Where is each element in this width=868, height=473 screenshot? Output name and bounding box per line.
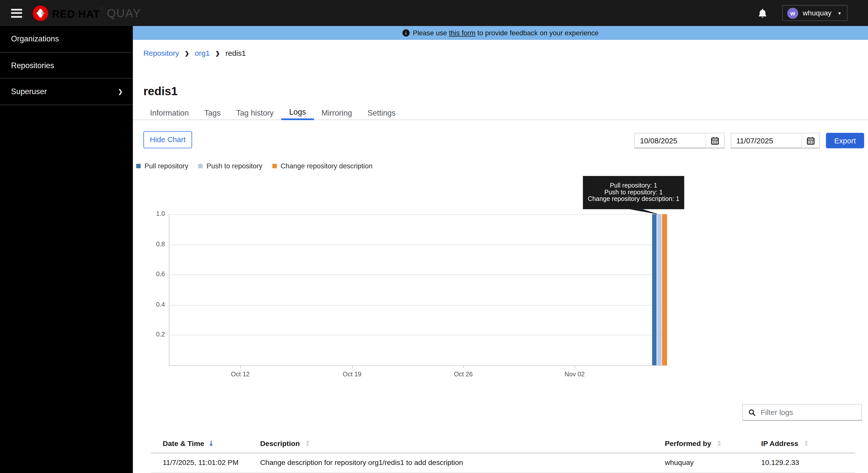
x-axis-tick	[352, 365, 352, 368]
tab-information[interactable]: Information	[142, 105, 196, 120]
sort-icon[interactable]: ↕	[803, 439, 809, 448]
x-axis-tick-label: Oct 12	[224, 371, 257, 377]
search-icon	[748, 409, 756, 416]
log-description: Change description for repository org1/r…	[260, 453, 463, 473]
legend-swatch-push	[198, 164, 203, 168]
x-axis-tick-label: Oct 19	[336, 371, 369, 377]
x-axis-tick	[463, 365, 464, 368]
brand-quay-text: QUAY	[107, 6, 141, 20]
brand-redhat-text: RED HAT®	[52, 6, 103, 21]
legend-swatch-change	[272, 164, 277, 168]
breadcrumb: Repository ❯ org1 ❯ redis1	[144, 49, 246, 58]
red-hat-logo-icon	[33, 5, 48, 21]
registered-mark: ®	[100, 6, 103, 11]
tab-logs[interactable]: Logs	[281, 105, 314, 120]
tab-settings[interactable]: Settings	[360, 105, 403, 120]
start-date-field	[634, 133, 724, 148]
feedback-banner: i Please use this form to provide feedba…	[133, 26, 868, 40]
user-menu-dropdown[interactable]: w whuquay ▾	[782, 5, 847, 21]
filter-logs-field	[742, 404, 862, 421]
caret-down-icon: ▾	[838, 10, 841, 16]
sidebar-nav: Organizations Repositories Superuser❯	[0, 26, 133, 473]
gridline	[169, 335, 667, 336]
filter-logs-input[interactable]	[760, 408, 861, 417]
bar-push-to-repository[interactable]	[657, 214, 662, 366]
breadcrumb-org1-link[interactable]: org1	[195, 49, 210, 58]
gridline	[169, 244, 667, 245]
end-date-field	[731, 133, 820, 148]
legend-label: Change repository description	[281, 162, 373, 170]
legend-swatch-pull	[136, 164, 141, 168]
chevron-right-icon: ❯	[185, 51, 189, 57]
quay-app: RED HAT® QUAY w whuquay ▾ Organizations …	[0, 0, 868, 473]
chart-legend: Pull repository Push to repository Chang…	[136, 162, 372, 170]
bar-pull-repository[interactable]	[652, 214, 657, 366]
banner-text: Please use this form to provide feedback…	[413, 29, 599, 37]
legend-label: Pull repository	[145, 162, 188, 170]
hide-chart-button[interactable]: Hide Chart	[144, 131, 192, 149]
x-axis-tick-label: Oct 26	[446, 371, 480, 377]
sort-icon[interactable]: ↕	[716, 439, 722, 448]
y-axis-tick-label: 1.0	[147, 210, 165, 217]
breadcrumb-repository-link[interactable]: Repository	[144, 49, 179, 58]
sidebar-item-superuser[interactable]: Superuser❯	[0, 78, 133, 105]
masthead: RED HAT® QUAY w whuquay ▾	[0, 0, 868, 26]
chart-tooltip: Pull repository: 1 Push to repository: 1…	[583, 176, 684, 209]
column-header-date-time[interactable]: Date & Time↓	[163, 435, 214, 452]
legend-item-change[interactable]: Change repository description	[272, 162, 373, 170]
start-date-calendar-button[interactable]	[705, 133, 724, 148]
calendar-icon	[711, 136, 719, 145]
sidebar-item-repositories[interactable]: Repositories	[0, 52, 133, 78]
x-axis-tick-label: Nov 02	[558, 371, 591, 377]
repo-tabs: Information Tags Tag history Logs Mirror…	[142, 105, 403, 120]
info-icon: i	[402, 29, 409, 37]
hamburger-menu-icon[interactable]	[11, 9, 22, 18]
start-date-input[interactable]	[635, 133, 705, 148]
user-avatar: w	[787, 7, 798, 19]
y-axis-tick-label: 0.6	[147, 271, 165, 277]
log-ip-address: 10.129.2.33	[761, 453, 799, 473]
y-axis-tick-label: 0.8	[147, 241, 165, 247]
sidebar-item-label: Organizations	[11, 34, 59, 43]
tab-tags[interactable]: Tags	[196, 105, 228, 120]
sidebar-item-label: Superuser	[11, 87, 47, 96]
gridline	[169, 305, 667, 306]
calendar-icon	[807, 136, 815, 145]
export-button[interactable]: Export	[826, 133, 864, 148]
sidebar-item-label: Repositories	[11, 61, 54, 70]
end-date-calendar-button[interactable]	[802, 133, 819, 148]
user-name: whuquay	[803, 9, 831, 17]
chevron-right-icon: ❯	[215, 51, 220, 57]
y-axis-tick-label: 0.2	[147, 331, 165, 338]
logs-bar-chart: 1.0 0.8 0.6 0.4 0.2 Oct 12 Oct 19 Oct 26…	[169, 214, 667, 366]
table-row[interactable]: 11/7/2025, 11:01:02 PM Change descriptio…	[151, 453, 856, 473]
tab-tag-history[interactable]: Tag history	[228, 105, 281, 120]
log-performed-by: whuquay	[665, 453, 693, 473]
sort-descending-icon[interactable]: ↓	[208, 439, 214, 448]
sidebar-item-organizations[interactable]: Organizations	[0, 26, 133, 52]
legend-item-push[interactable]: Push to repository	[198, 162, 262, 170]
feedback-form-link[interactable]: this form	[449, 29, 475, 37]
bar-change-repository-description[interactable]	[662, 214, 667, 366]
logs-table-header: Date & Time↓ Description↕ Performed by↕ …	[151, 435, 856, 453]
column-header-performed-by[interactable]: Performed by↕	[665, 435, 722, 452]
tooltip-line: Push to repository: 1	[583, 189, 684, 196]
gridline	[169, 275, 667, 275]
brand-logo: RED HAT® QUAY	[33, 5, 141, 21]
tooltip-line: Change repository description: 1	[583, 196, 684, 202]
tab-mirroring[interactable]: Mirroring	[314, 105, 360, 120]
end-date-input[interactable]	[731, 133, 801, 148]
legend-item-pull[interactable]: Pull repository	[136, 162, 188, 170]
tooltip-line: Pull repository: 1	[583, 182, 684, 189]
legend-label: Push to repository	[207, 162, 262, 170]
x-axis-tick	[240, 365, 241, 368]
column-header-ip-address[interactable]: IP Address↕	[761, 435, 809, 452]
column-header-description[interactable]: Description↕	[260, 435, 311, 452]
sort-icon[interactable]: ↕	[305, 439, 311, 448]
chevron-right-icon: ❯	[118, 88, 123, 95]
breadcrumb-current: redis1	[225, 49, 246, 58]
gridline	[169, 214, 667, 215]
notifications-bell-icon[interactable]	[758, 8, 767, 18]
page-title: redis1	[144, 85, 178, 98]
x-axis-tick	[575, 365, 575, 368]
